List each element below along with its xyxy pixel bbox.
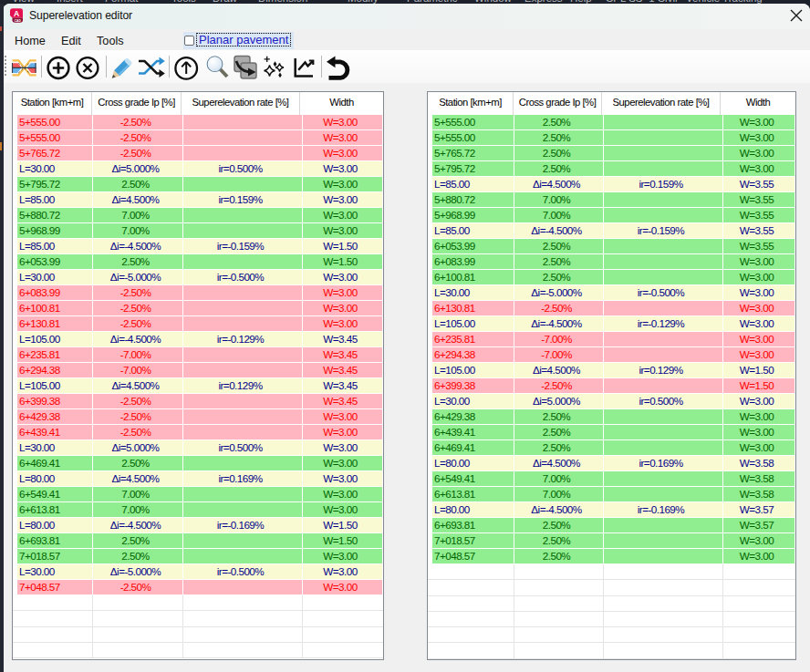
svg-text:CAD: CAD — [15, 19, 22, 23]
svg-text:A: A — [14, 9, 19, 18]
